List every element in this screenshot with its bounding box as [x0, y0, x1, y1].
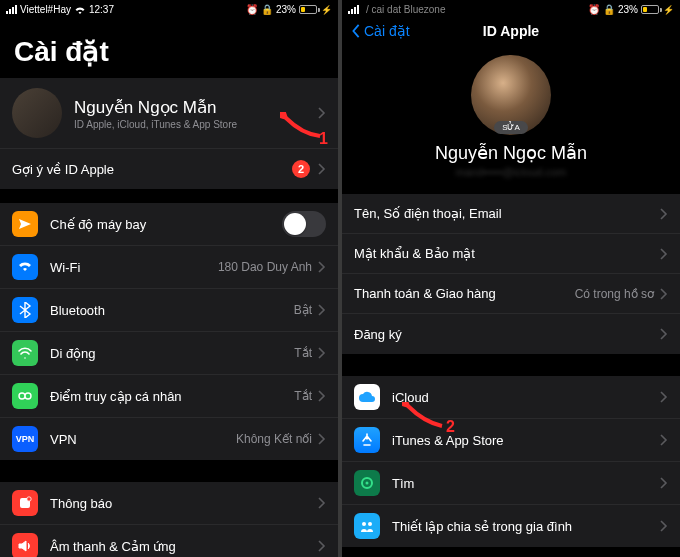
cellular-row[interactable]: Di động Tắt	[0, 332, 338, 375]
carrier-label: Viettel#Hay	[20, 4, 71, 15]
vpn-label: VPN	[50, 432, 236, 447]
subscriptions-row[interactable]: Đăng ký	[342, 314, 680, 354]
profile-subtitle: ID Apple, iCloud, iTunes & App Store	[74, 119, 318, 130]
battery-pct: 23%	[276, 4, 296, 15]
airplane-icon	[12, 211, 38, 237]
subscriptions-label: Đăng ký	[354, 327, 660, 342]
vpn-row[interactable]: VPN VPN Không Kết nối	[0, 418, 338, 460]
apple-id-email: mand•••••@icloud.com	[456, 166, 567, 178]
svg-point-3	[366, 482, 369, 485]
itunes-label: iTunes & App Store	[392, 433, 660, 448]
svg-point-1	[27, 497, 31, 501]
cellular-label: Di động	[50, 346, 294, 361]
family-sharing-row[interactable]: Thiết lập chia sẻ trong gia đình	[342, 505, 680, 547]
findmy-icon	[354, 470, 380, 496]
chevron-right-icon	[318, 163, 326, 175]
airplane-toggle[interactable]	[282, 211, 326, 237]
chevron-right-icon	[660, 477, 668, 489]
lock-icon: 🔒	[261, 4, 273, 15]
airplane-row[interactable]: Chế độ máy bay	[0, 203, 338, 246]
chevron-right-icon	[318, 304, 326, 316]
badge-count: 2	[292, 160, 310, 178]
chevron-right-icon	[660, 248, 668, 260]
wifi-row[interactable]: Wi-Fi 180 Dao Duy Anh	[0, 246, 338, 289]
sounds-row[interactable]: Âm thanh & Cảm ứng	[0, 525, 338, 557]
bluetooth-value: Bật	[294, 303, 312, 317]
icloud-label: iCloud	[392, 390, 660, 405]
cellular-icon	[12, 340, 38, 366]
notifications-icon	[12, 490, 38, 516]
wifi-settings-icon	[12, 254, 38, 280]
lock-icon: 🔒	[603, 4, 615, 15]
system-group: Thông báo Âm thanh & Cảm ứng	[0, 482, 338, 557]
bluetooth-row[interactable]: Bluetooth Bật	[0, 289, 338, 332]
alarm-icon: ⏰	[588, 4, 600, 15]
wifi-value: 180 Dao Duy Anh	[218, 260, 312, 274]
chevron-right-icon	[660, 520, 668, 532]
breadcrumb: / cai dat Bluezone	[362, 4, 446, 15]
profile-name: Nguyễn Ngọc Mẫn	[74, 98, 216, 117]
chevron-right-icon	[318, 261, 326, 273]
family-label: Thiết lập chia sẻ trong gia đình	[392, 519, 660, 534]
password-label: Mật khẩu & Bảo mật	[354, 246, 660, 261]
back-button[interactable]: Cài đặt	[350, 23, 410, 39]
notifications-row[interactable]: Thông báo	[0, 482, 338, 525]
sound-icon	[12, 533, 38, 557]
findmy-row[interactable]: Tìm	[342, 462, 680, 505]
services-group: iCloud 2 iTunes & App Store Tìm Thiết lậ…	[342, 376, 680, 547]
battery-icon	[299, 5, 320, 14]
apple-id-name: Nguyễn Ngọc Mẫn	[435, 142, 587, 164]
svg-point-5	[368, 522, 372, 526]
apple-id-suggestion-row[interactable]: Gợi ý về ID Apple 2	[0, 149, 338, 189]
hotspot-row[interactable]: Điểm truy cập cá nhân Tắt	[0, 375, 338, 418]
page-title: Cài đặt	[0, 17, 338, 78]
suggestion-label: Gợi ý về ID Apple	[12, 162, 292, 177]
cellular-value: Tắt	[294, 346, 312, 360]
vpn-icon: VPN	[12, 426, 38, 452]
alarm-icon: ⏰	[246, 4, 258, 15]
navbar: Cài đặt ID Apple	[342, 17, 680, 49]
name-phone-email-row[interactable]: Tên, Số điện thoại, Email	[342, 194, 680, 234]
icloud-row[interactable]: iCloud 2	[342, 376, 680, 419]
itunes-row[interactable]: iTunes & App Store	[342, 419, 680, 462]
wifi-icon	[74, 5, 86, 15]
clock-label: 12:37	[89, 4, 114, 15]
chevron-right-icon	[660, 434, 668, 446]
connectivity-group: Chế độ máy bay Wi-Fi 180 Dao Duy Anh Blu…	[0, 203, 338, 460]
bluetooth-icon	[12, 297, 38, 323]
chevron-right-icon	[318, 433, 326, 445]
password-security-row[interactable]: Mật khẩu & Bảo mật	[342, 234, 680, 274]
edit-photo-button[interactable]: SỬA	[494, 121, 528, 134]
apple-id-profile: SỬA Nguyễn Ngọc Mẫn mand•••••@icloud.com	[342, 49, 680, 194]
battery-icon	[641, 5, 662, 14]
chevron-right-icon	[660, 391, 668, 403]
charging-icon: ⚡	[663, 5, 674, 15]
status-bar: / cai dat Bluezone ⏰ 🔒 23% ⚡	[342, 0, 680, 17]
charging-icon: ⚡	[321, 5, 332, 15]
hotspot-label: Điểm truy cập cá nhân	[50, 389, 294, 404]
chevron-right-icon	[318, 497, 326, 509]
icloud-icon	[354, 384, 380, 410]
signal-icon	[348, 5, 359, 14]
avatar	[12, 88, 62, 138]
chevron-right-icon	[318, 540, 326, 552]
battery-pct: 23%	[618, 4, 638, 15]
wifi-label: Wi-Fi	[50, 260, 218, 275]
status-bar: Viettel#Hay 12:37 ⏰ 🔒 23% ⚡	[0, 0, 338, 17]
hotspot-value: Tắt	[294, 389, 312, 403]
svg-point-4	[362, 522, 366, 526]
callout-label-1: 1	[319, 130, 328, 148]
payment-shipping-row[interactable]: Thanh toán & Giao hàng Có trong hồ sơ	[342, 274, 680, 314]
chevron-right-icon	[318, 347, 326, 359]
appstore-icon	[354, 427, 380, 453]
account-group: Tên, Số điện thoại, Email Mật khẩu & Bảo…	[342, 194, 680, 354]
findmy-label: Tìm	[392, 476, 660, 491]
family-icon	[354, 513, 380, 539]
chevron-right-icon	[660, 208, 668, 220]
airplane-label: Chế độ máy bay	[50, 217, 282, 232]
chevron-right-icon	[660, 288, 668, 300]
bluetooth-label: Bluetooth	[50, 303, 294, 318]
chevron-right-icon	[318, 390, 326, 402]
profile-row[interactable]: Nguyễn Ngọc Mẫn ID Apple, iCloud, iTunes…	[0, 78, 338, 149]
hotspot-icon	[12, 383, 38, 409]
